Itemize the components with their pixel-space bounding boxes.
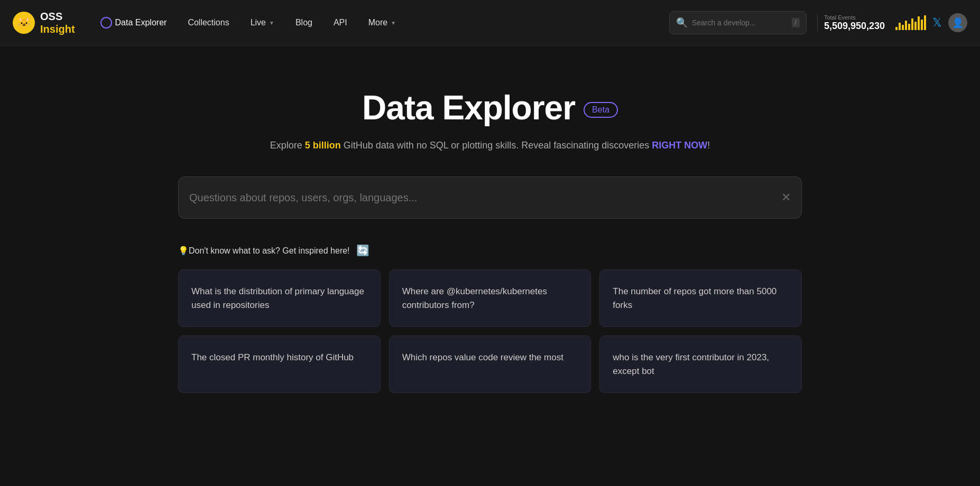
suggestion-card-5[interactable]: Which repos value code review the most: [389, 335, 591, 393]
nav-label-collections: Collections: [188, 18, 229, 27]
nav-label-more: More: [368, 18, 387, 27]
inspiration-row: 💡Don't know what to ask? Get inspired he…: [178, 244, 802, 257]
nav-social: 𝕏 👤: [932, 13, 967, 32]
logo-insight: Insight: [40, 23, 75, 35]
chevron-down-icon-more: ▼: [391, 20, 396, 26]
search-input[interactable]: [692, 18, 788, 27]
logo-icon: 🐱: [13, 12, 35, 34]
suggestion-card-6[interactable]: who is the very first contributor in 202…: [599, 335, 802, 393]
data-explorer-icon: [100, 17, 112, 29]
subtitle-end: RIGHT NOW: [652, 140, 707, 151]
beta-badge: Beta: [584, 102, 618, 118]
nav-item-more[interactable]: More ▼: [360, 14, 404, 32]
nav-item-data-explorer[interactable]: Data Explorer: [92, 13, 175, 33]
refresh-icon[interactable]: 🔄: [356, 244, 369, 257]
nav-search[interactable]: 🔍 /: [669, 11, 807, 34]
nav-item-live[interactable]: Live ▼: [242, 14, 283, 32]
total-events-value: 5,509,950,230: [824, 21, 885, 32]
main-content: Data Explorer Beta Explore 5 billion Git…: [0, 46, 980, 414]
search-shortcut: /: [792, 18, 800, 27]
suggestion-card-2[interactable]: Where are @kubernetes/kubernetes contrib…: [389, 269, 591, 327]
avatar[interactable]: 👤: [948, 13, 967, 32]
navbar: 🐱 OSS Insight Data Explorer Collections …: [0, 0, 980, 46]
suggestion-card-1[interactable]: What is the distribution of primary lang…: [178, 269, 381, 327]
nav-label-blog: Blog: [295, 18, 312, 27]
logo-link[interactable]: 🐱 OSS Insight: [13, 10, 75, 35]
question-search-box[interactable]: ✕: [178, 176, 802, 219]
subtitle: Explore 5 billion GitHub data with no SQ…: [270, 140, 710, 151]
question-search-input[interactable]: [189, 192, 781, 204]
suggestion-card-4[interactable]: The closed PR monthly history of GitHub: [178, 335, 381, 393]
nav-links: Data Explorer Collections Live ▼ Blog AP…: [92, 13, 669, 33]
total-events-area: Total Events 5,509,950,230: [817, 14, 891, 32]
logo-oss: OSS: [40, 10, 75, 23]
subtitle-exclaim: !: [707, 140, 710, 151]
subtitle-middle: GitHub data with no SQL or plotting skil…: [341, 140, 652, 151]
page-title: Data Explorer: [362, 88, 575, 127]
nav-label-data-explorer: Data Explorer: [115, 18, 167, 27]
nav-item-collections[interactable]: Collections: [179, 14, 237, 32]
clear-icon[interactable]: ✕: [781, 191, 791, 204]
inspiration-text: 💡Don't know what to ask? Get inspired he…: [178, 246, 350, 256]
title-container: Data Explorer Beta: [362, 88, 618, 127]
subtitle-highlight: 5 billion: [305, 140, 341, 151]
logo-text: OSS Insight: [40, 10, 75, 35]
subtitle-start: Explore: [270, 140, 305, 151]
nav-item-blog[interactable]: Blog: [287, 14, 321, 32]
twitter-icon[interactable]: 𝕏: [932, 16, 942, 30]
search-icon: 🔍: [676, 17, 688, 29]
nav-label-api: API: [334, 18, 347, 27]
nav-item-api[interactable]: API: [325, 14, 356, 32]
bar-chart-icon: [895, 15, 926, 30]
nav-label-live: Live: [251, 18, 266, 27]
total-events-label: Total Events: [824, 14, 856, 21]
chevron-down-icon: ▼: [269, 20, 274, 26]
suggestion-card-3[interactable]: The number of repos got more than 5000 f…: [599, 269, 802, 327]
suggestions-grid: What is the distribution of primary lang…: [178, 269, 802, 393]
